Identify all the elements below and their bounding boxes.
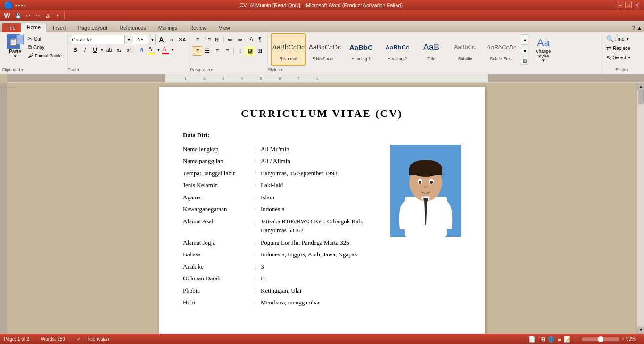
copy-btn[interactable]: ⧉ Copy [26, 43, 65, 51]
borders-btn[interactable]: ⊞ [255, 46, 264, 56]
underline-dropdown[interactable]: ▼ [100, 48, 104, 52]
close-btn[interactable]: ✕ [634, 2, 640, 8]
styles-scroll-down[interactable]: ▼ [521, 46, 528, 56]
tab-review[interactable]: Review [183, 23, 213, 32]
field-row: Anak ke : 3 [183, 262, 381, 271]
quick-access-dropdown[interactable]: ▼ [53, 11, 62, 20]
tab-file[interactable]: File [2, 23, 21, 32]
font-shrink-btn[interactable]: a [167, 35, 176, 44]
change-styles-dropdown[interactable]: ▼ [541, 58, 545, 63]
styles-more[interactable]: ⊞ [521, 57, 528, 65]
undo-btn[interactable]: ↩ [24, 11, 32, 20]
view-print-btn[interactable]: 📄 [527, 336, 537, 343]
style-no-spacing[interactable]: AaBbCcDc ¶ No Spaci... [307, 33, 342, 66]
view-fullscreen-btn[interactable]: ⊞ [540, 336, 545, 343]
text-effects-btn[interactable]: A [137, 45, 146, 55]
sort-btn[interactable]: ↕A [245, 35, 255, 44]
select-btn[interactable]: ↖ Select ▼ [605, 54, 639, 62]
window-controls[interactable]: ─ □ ✕ [617, 2, 640, 8]
title-bar: 🔵 ▪ ▪ ▪ ▪ CV_AliMumin [Read-Only] – Micr… [0, 0, 644, 10]
language[interactable]: Indonesian [86, 336, 109, 342]
font-name-dropdown-icon[interactable]: ▼ [126, 35, 132, 44]
multilevel-btn[interactable]: ⊞ [213, 35, 222, 44]
change-styles-btn[interactable]: Aa ChangeStyles ▼ [529, 35, 557, 65]
zoom-control[interactable]: − + 90% [577, 336, 640, 342]
justify-btn[interactable]: ≡ [223, 46, 232, 56]
scroll-down-btn[interactable]: ▼ [637, 327, 644, 334]
highlight-color-btn[interactable]: A [147, 45, 156, 55]
tab-home[interactable]: Home [21, 23, 47, 32]
view-draft-btn[interactable]: 📝 [564, 336, 571, 343]
format-painter-btn[interactable]: 🖌 Format Painter [26, 52, 65, 59]
cut-btn[interactable]: ✂ Cut [26, 35, 65, 42]
align-center-btn[interactable]: ☰ [203, 46, 212, 56]
ribbon-help-btn[interactable]: ? [632, 25, 635, 31]
align-right-btn[interactable]: ≡ [213, 46, 222, 56]
numbering-btn[interactable]: 1≡ [203, 35, 212, 44]
tab-insert[interactable]: Insert [47, 23, 72, 32]
increase-indent-btn[interactable]: ⇒ [235, 35, 245, 44]
replace-btn[interactable]: ⇄ Replace [605, 44, 639, 52]
font-color-btn[interactable]: A [161, 45, 170, 55]
tab-references[interactable]: References [113, 23, 152, 32]
font-grow-btn[interactable]: A [157, 35, 166, 44]
italic-btn[interactable]: I [81, 45, 90, 55]
document-scroll-area[interactable]: CURRICULUM VITAE (CV) Data Diri: Nama le… [7, 83, 637, 334]
subtle-em-preview: AaBbCcDc [487, 38, 517, 57]
field-sep-1: : [251, 156, 261, 166]
spell-check-icon[interactable]: ✓ [77, 336, 81, 342]
scrollbar-track[interactable] [637, 90, 644, 327]
shading-btn[interactable]: ▩ [245, 46, 255, 56]
underline-btn[interactable]: U [91, 45, 100, 55]
zoom-out-btn[interactable]: − [577, 336, 580, 342]
tab-page-layout[interactable]: Page Layout [72, 23, 114, 32]
zoom-level[interactable]: 90% [626, 336, 640, 342]
redo-btn[interactable]: ↪ [33, 11, 42, 20]
tab-view[interactable]: View [213, 23, 236, 32]
style-heading2[interactable]: AaBbCc Heading 2 [380, 33, 415, 66]
find-btn[interactable]: 🔍 Find ▼ [605, 35, 639, 43]
style-heading1[interactable]: AaBbC Heading 1 [343, 33, 379, 66]
style-subtitle[interactable]: AaBbCc. Subtitle [447, 33, 483, 66]
font-size-dropdown-icon[interactable]: ▼ [149, 35, 156, 44]
line-spacing-btn[interactable]: ↕ [235, 46, 245, 56]
decrease-indent-btn[interactable]: ⇐ [225, 35, 235, 44]
view-web-btn[interactable]: 🌐 [548, 336, 555, 343]
scrollbar-thumb[interactable] [638, 90, 644, 104]
subscript-btn[interactable]: x₂ [114, 45, 124, 55]
print-preview-btn[interactable]: 🖨 [43, 11, 52, 20]
style-title[interactable]: AaB Title [416, 33, 446, 66]
font-size-input[interactable] [133, 35, 148, 44]
style-normal[interactable]: AaBbCcDc ¶ Normal [271, 33, 306, 66]
scroll-up-btn[interactable]: ▲ [637, 83, 644, 90]
field-value-1: Ali / Alimin [261, 156, 381, 166]
font-name-input[interactable] [71, 35, 125, 44]
superscript-btn[interactable]: x² [124, 45, 133, 55]
field-value-0: Ali Mu'min [261, 145, 381, 154]
font-group: ▼ ▼ A a ✕A B I U ▼ ab x₂ x² A A ▼ A [68, 33, 190, 74]
zoom-slider[interactable] [582, 337, 619, 341]
clear-format-btn[interactable]: ✕A [177, 35, 187, 44]
strikethrough-btn[interactable]: ab [104, 45, 114, 55]
bold-btn[interactable]: B [71, 45, 80, 55]
font-color-dropdown[interactable]: ▼ [171, 48, 174, 52]
maximize-btn[interactable]: □ [625, 2, 632, 8]
heading1-label: Heading 1 [351, 57, 371, 61]
right-scrollbar[interactable]: ▲ ▼ [637, 83, 644, 334]
paste-btn[interactable]: 📋 Paste ▼ [5, 33, 25, 60]
view-outline-btn[interactable]: ≡ [558, 336, 561, 343]
bullets-btn[interactable]: ≡ [193, 35, 202, 44]
ribbon-minimize-btn[interactable]: ▲ [637, 25, 642, 31]
field-value-10: B [261, 274, 381, 283]
minimize-btn[interactable]: ─ [617, 2, 623, 8]
styles-scroll-up[interactable]: ▲ [521, 34, 528, 45]
paragraph-label: Paragraph ▾ [190, 67, 267, 72]
zoom-in-btn[interactable]: + [621, 336, 624, 342]
show-para-btn[interactable]: ¶ [255, 35, 264, 44]
replace-icon: ⇄ [606, 45, 611, 52]
style-subtle-em[interactable]: AaBbCcDc Subtle Em... [484, 33, 519, 66]
highlight-dropdown[interactable]: ▼ [157, 48, 160, 52]
align-left-btn[interactable]: ≡ [193, 46, 202, 56]
tab-mailings[interactable]: Mailings [152, 23, 183, 32]
save-btn[interactable]: 💾 [14, 11, 22, 20]
